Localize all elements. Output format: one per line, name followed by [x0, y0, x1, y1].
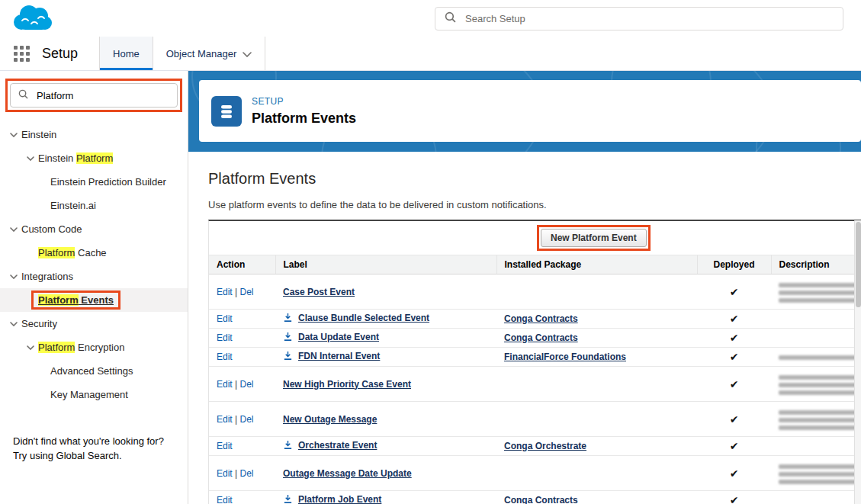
redacted-description — [779, 278, 861, 303]
salesforce-setup-page: Setup Home Object Manager — [0, 0, 861, 504]
events-table-body: Edit | DelCase Post Event✔EditClause Bun… — [209, 274, 861, 504]
list-button-row: New Platform Event — [209, 221, 861, 255]
content-heading: Platform Events — [208, 170, 861, 188]
event-label-link[interactable]: New High Priority Case Event — [283, 379, 411, 390]
deployed-checkmark: ✔ — [730, 313, 739, 325]
sidebar-item-security[interactable]: Security — [0, 312, 188, 335]
search-highlight: Platform — [38, 342, 75, 353]
chevron-down-icon[interactable] — [6, 322, 21, 326]
del-action-link[interactable]: Del — [239, 379, 253, 390]
sidebar-item-label: Platform Events — [31, 291, 120, 310]
table-row: EditPlatform Job EventConga Contracts✔ — [209, 491, 861, 504]
redacted-description — [779, 406, 861, 430]
scrollbar-thumb[interactable] — [856, 222, 861, 307]
action-separator: | — [233, 414, 240, 425]
sidebar-item-einstein-ai[interactable]: Einstein.ai — [0, 194, 188, 217]
package-download-icon — [283, 332, 293, 344]
redacted-text-line — [779, 425, 861, 430]
content-area: Platform Events Use platform events to d… — [188, 152, 861, 504]
new-button-annotation-box: New Platform Event — [537, 225, 651, 251]
installed-package-link[interactable]: Conga Contracts — [504, 495, 578, 504]
redacted-text-line — [779, 480, 861, 484]
global-search-box[interactable] — [435, 7, 843, 30]
sidebar-item-einstein[interactable]: Einstein — [0, 123, 188, 146]
package-download-icon — [283, 440, 293, 452]
sidebar-item-platform-cache[interactable]: Platform Cache — [0, 241, 188, 265]
sidebar-footer-line2: Try using Global Search. — [13, 448, 175, 463]
installed-package-link[interactable]: FinancialForce Foundations — [504, 352, 626, 362]
table-row: EditData Update EventConga Contracts✔ — [209, 329, 861, 348]
installed-package-link[interactable]: Conga Contracts — [504, 313, 578, 324]
sidebar-footer-line1: Didn't find what you're looking for? — [13, 434, 175, 448]
edit-action-link[interactable]: Edit — [217, 332, 233, 343]
app-launcher-icon[interactable] — [14, 37, 30, 70]
search-highlight: Platform — [76, 152, 113, 164]
event-label-link[interactable]: Orchestrate Event — [298, 440, 377, 451]
deployed-checkmark: ✔ — [730, 413, 739, 425]
edit-action-link[interactable]: Edit — [217, 441, 233, 451]
setup-tabs: Home Object Manager — [99, 37, 265, 70]
event-label-link[interactable]: Data Update Event — [298, 332, 379, 342]
redacted-description — [779, 351, 861, 360]
del-action-link[interactable]: Del — [239, 287, 253, 297]
sidebar-item-platform-encryption[interactable]: Platform Encryption — [0, 335, 188, 359]
sidebar-item-einstein-platform[interactable]: Einstein Platform — [0, 146, 188, 170]
redacted-text-line — [779, 283, 861, 287]
event-label-link[interactable]: FDN Internal Event — [298, 351, 380, 361]
sidebar-item-custom-code[interactable]: Custom Code — [0, 217, 188, 241]
sidebar-item-label: Key Management — [50, 389, 128, 400]
search-icon — [445, 11, 456, 26]
installed-package-link[interactable]: Conga Orchestrate — [504, 441, 586, 451]
sidebar-footer: Didn't find what you're looking for? Try… — [0, 434, 188, 463]
chevron-down-icon[interactable] — [6, 227, 21, 232]
global-search-input[interactable] — [464, 12, 834, 25]
event-label-link[interactable]: Platform Job Event — [298, 494, 381, 504]
table-row: Edit | DelNew Outage Message✔ — [209, 402, 861, 437]
sidebar-item-label: Integrations — [21, 271, 73, 282]
deployed-checkmark: ✔ — [730, 351, 739, 363]
chevron-down-icon[interactable] — [6, 274, 21, 279]
vertical-scrollbar[interactable] — [854, 220, 861, 504]
event-label-link[interactable]: Outage Message Date Update — [283, 468, 412, 479]
edit-action-link[interactable]: Edit — [217, 468, 233, 479]
column-header-deployed: Deployed — [697, 255, 771, 274]
sidebar-item-key-management[interactable]: Key Management — [0, 383, 188, 406]
redacted-text-line — [779, 390, 861, 395]
event-label-link[interactable]: Clause Bundle Selected Event — [298, 313, 429, 323]
edit-action-link[interactable]: Edit — [217, 379, 233, 390]
sidebar-quick-find[interactable] — [10, 83, 178, 108]
chevron-down-icon[interactable] — [6, 133, 21, 137]
sidebar-item-label: Einstein.ai — [50, 200, 96, 211]
tab-home[interactable]: Home — [100, 37, 153, 70]
edit-action-link[interactable]: Edit — [217, 352, 233, 362]
redacted-text-line — [779, 418, 861, 422]
event-label-link[interactable]: Case Post Event — [283, 287, 355, 297]
column-header-description: Description — [771, 255, 861, 274]
deployed-checkmark: ✔ — [730, 494, 739, 504]
deployed-checkmark: ✔ — [730, 286, 739, 298]
sidebar-item-platform-events[interactable]: Platform Events — [0, 288, 188, 312]
quick-find-input[interactable] — [35, 89, 169, 102]
platform-events-table: ActionLabelInstalled PackageDeployedDesc… — [209, 255, 861, 504]
table-row: Edit | DelNew High Priority Case Event✔ — [209, 367, 861, 402]
new-platform-event-button[interactable]: New Platform Event — [541, 229, 647, 247]
del-action-link[interactable]: Del — [239, 414, 253, 425]
edit-action-link[interactable]: Edit — [217, 414, 233, 425]
sidebar-item-label: Platform Encryption — [38, 342, 124, 353]
chevron-down-icon[interactable] — [23, 345, 38, 350]
edit-action-link[interactable]: Edit — [217, 495, 233, 504]
tab-object-manager[interactable]: Object Manager — [153, 37, 266, 70]
edit-action-link[interactable]: Edit — [217, 287, 233, 297]
installed-package-link[interactable]: Conga Contracts — [504, 332, 578, 343]
del-action-link[interactable]: Del — [239, 468, 253, 479]
sidebar-item-advanced-settings[interactable]: Advanced Settings — [0, 359, 188, 383]
action-separator: | — [233, 468, 240, 479]
event-label-link[interactable]: New Outage Message — [283, 414, 377, 425]
tab-home-label: Home — [113, 48, 140, 59]
salesforce-logo[interactable] — [11, 3, 53, 34]
column-header-action: Action — [209, 255, 275, 274]
sidebar-item-integrations[interactable]: Integrations — [0, 265, 188, 288]
chevron-down-icon[interactable] — [23, 156, 38, 161]
sidebar-item-einstein-prediction-builder[interactable]: Einstein Prediction Builder — [0, 170, 188, 194]
edit-action-link[interactable]: Edit — [217, 313, 233, 324]
